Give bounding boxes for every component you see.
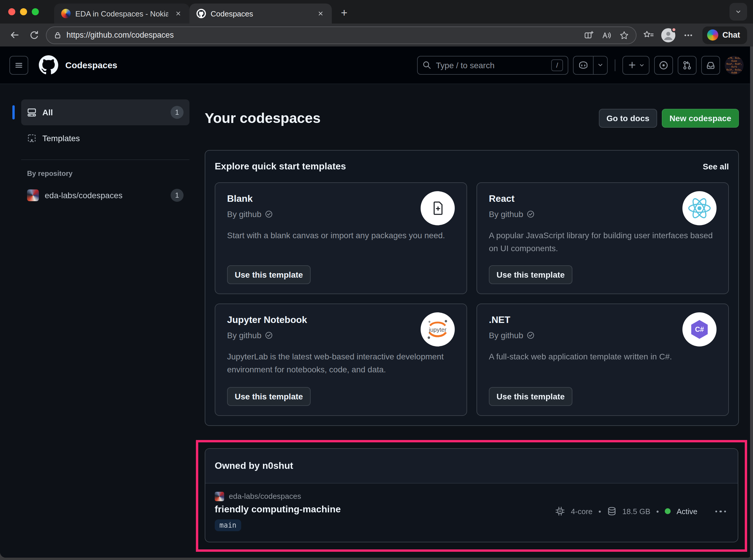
favorites-list-button[interactable] — [640, 27, 656, 43]
issues-button[interactable] — [654, 56, 673, 75]
count-badge: 1 — [171, 189, 183, 202]
sidebar-item-label: Templates — [42, 134, 80, 143]
cores-label: 4-core — [571, 507, 593, 516]
github-logo[interactable] — [39, 55, 58, 75]
template-card-blank: Blank By github Start with a blank canva… — [215, 182, 467, 295]
card-author: By github — [227, 331, 261, 340]
annotation-highlight: Owned by n0shut eda-labs/codespaces frie… — [196, 440, 747, 552]
sidebar-divider — [21, 159, 190, 160]
database-icon — [607, 507, 616, 516]
repo-name: eda-labs/codespaces — [45, 191, 123, 200]
read-aloud-button[interactable] — [598, 27, 615, 43]
inbox-button[interactable] — [701, 56, 720, 75]
use-template-button[interactable]: Use this template — [489, 387, 572, 406]
minimize-window-button[interactable] — [20, 8, 27, 15]
jupyter-logo-icon: jupyter — [421, 313, 455, 347]
hamburger-menu-button[interactable] — [9, 56, 28, 75]
card-description: JupyterLab is the latest web-based inter… — [227, 351, 455, 377]
verified-icon — [527, 332, 535, 340]
go-to-docs-button[interactable]: Go to docs — [599, 109, 657, 128]
codespaces-icon — [27, 108, 37, 117]
browser-tab-bar: EDA in Codespaces - Nokia Eve Codespaces… — [0, 0, 753, 23]
use-template-button[interactable]: Use this template — [227, 265, 311, 284]
zoom-window-button[interactable] — [32, 8, 39, 15]
template-card-dotnet: .NET By github A full-stack web applicat… — [476, 304, 729, 416]
by-repository-label: By repository — [21, 169, 190, 178]
create-new-button[interactable] — [622, 56, 650, 75]
back-button[interactable] — [6, 27, 22, 43]
status-dot — [665, 508, 671, 515]
card-title: React — [489, 194, 514, 204]
repo-avatar — [27, 189, 39, 201]
sidebar-item-templates[interactable]: Templates — [21, 125, 190, 151]
card-title: Jupyter Notebook — [227, 315, 307, 325]
template-icon — [27, 134, 37, 143]
owned-title: Owned by n0shut — [215, 461, 293, 471]
sidebar-repo-item[interactable]: eda-labs/codespaces 1 — [21, 183, 190, 207]
address-bar[interactable]: https://github.com/codespaces — [46, 26, 636, 44]
lock-icon[interactable] — [54, 31, 62, 39]
eda-favicon-icon — [61, 9, 71, 18]
csharp-label: C# — [695, 325, 704, 334]
jupyter-wordmark: jupyter — [429, 326, 447, 333]
main-content: Your codespaces Go to docs New codespace… — [205, 84, 753, 558]
header-divider — [615, 59, 615, 71]
codespace-row: eda-labs/codespaces friendly computing-m… — [205, 483, 738, 542]
separator-dot: • — [656, 507, 659, 516]
search-icon — [422, 61, 431, 69]
search-input[interactable]: Type / to search / — [417, 56, 568, 75]
tab-list-chevron-button[interactable] — [730, 3, 747, 21]
cpu-icon — [556, 507, 565, 516]
repo-name: eda-labs/codespaces — [229, 492, 301, 501]
split-screen-button[interactable] — [581, 27, 597, 43]
count-badge: 1 — [171, 106, 183, 119]
card-author: By github — [489, 209, 523, 219]
sidebar-item-label: All — [42, 108, 53, 117]
card-title: Blank — [227, 194, 253, 204]
status-label: Active — [676, 507, 697, 516]
sidebar: All 1 Templates By repository eda-labs/c… — [0, 84, 205, 558]
codespace-repo-link[interactable]: eda-labs/codespaces — [215, 492, 341, 501]
codespace-name-link[interactable]: friendly computing-machine — [215, 504, 341, 515]
github-favicon-icon — [197, 9, 206, 18]
browser-tab-codespaces[interactable]: Codespaces — [190, 3, 332, 23]
close-window-button[interactable] — [8, 8, 15, 15]
card-description: Start with a blank canvas or import any … — [227, 229, 448, 242]
blank-file-icon — [421, 191, 455, 225]
use-template-button[interactable]: Use this template — [227, 387, 311, 406]
avatar-code-text: -4, 0xfa, 0 0x78, 0x9f, 0x2 0x79, 0x1c, … — [725, 56, 744, 75]
codespace-menu-button[interactable] — [713, 508, 728, 515]
use-template-button[interactable]: Use this template — [489, 265, 572, 284]
copilot-dropdown-chevron[interactable] — [593, 56, 607, 74]
profile-button[interactable] — [660, 27, 676, 43]
user-avatar[interactable]: -4, 0xfa, 0 0x78, 0x9f, 0x2 0x79, 0x1c, … — [725, 56, 744, 75]
verified-icon — [265, 332, 273, 340]
copilot-button[interactable] — [573, 56, 608, 75]
search-placeholder: Type / to search — [436, 60, 494, 70]
card-title: .NET — [489, 315, 510, 325]
screenshot: EDA in Codespaces - Nokia Eve Codespaces… — [0, 0, 753, 560]
browser-tab-eda[interactable]: EDA in Codespaces - Nokia Eve — [54, 3, 190, 23]
refresh-button[interactable] — [26, 27, 42, 43]
pull-requests-button[interactable] — [678, 56, 696, 75]
copilot-icon[interactable] — [574, 56, 593, 74]
browser-window: EDA in Codespaces - Nokia Eve Codespaces… — [0, 0, 753, 558]
copilot-chat-button[interactable]: Chat — [702, 26, 747, 44]
new-codespace-button[interactable]: New codespace — [662, 109, 739, 128]
page-title: Your codespaces — [205, 110, 321, 126]
favorite-star-button[interactable] — [616, 27, 632, 43]
see-all-link[interactable]: See all — [703, 162, 729, 171]
page-viewport: Codespaces Type / to search / — [0, 46, 753, 558]
close-tab-icon[interactable] — [315, 8, 326, 19]
new-tab-button[interactable]: + — [335, 4, 353, 22]
branch-badge: main — [215, 519, 241, 531]
chat-label: Chat — [722, 31, 740, 39]
more-options-button[interactable] — [680, 27, 696, 43]
sidebar-item-all[interactable]: All 1 — [21, 99, 190, 125]
card-author: By github — [227, 209, 261, 219]
copilot-chat-icon — [707, 29, 718, 41]
slash-key-hint: / — [551, 59, 563, 71]
page-scrollbar[interactable] — [750, 46, 753, 558]
product-title: Codespaces — [65, 60, 117, 70]
close-tab-icon[interactable] — [173, 8, 183, 19]
